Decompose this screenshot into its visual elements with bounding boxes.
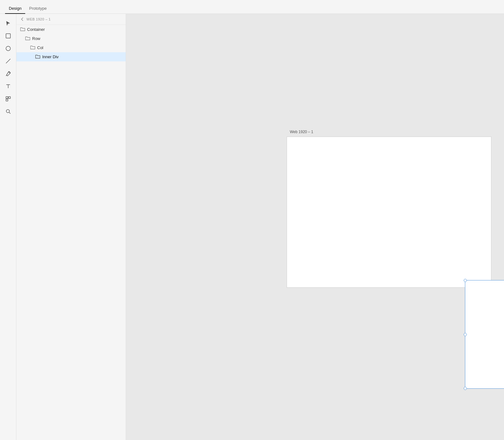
tab-design[interactable]: Design <box>5 3 25 14</box>
folder-icon <box>35 54 40 60</box>
layer-item-container[interactable]: Container <box>16 25 126 34</box>
layer-item-row[interactable]: Row <box>16 34 126 43</box>
component-tool[interactable] <box>3 93 14 104</box>
layer-label: Row <box>32 36 40 41</box>
svg-line-2 <box>6 59 10 63</box>
pointer-tool[interactable] <box>3 18 14 29</box>
svg-rect-0 <box>6 34 10 38</box>
toolbar <box>0 14 16 440</box>
folder-icon <box>20 26 25 32</box>
breadcrumb[interactable]: WEB 1920 – 1 <box>16 14 126 25</box>
folder-icon <box>25 36 30 42</box>
handle-bottom-left[interactable] <box>464 387 467 390</box>
header: Design Prototype <box>0 0 504 14</box>
ellipse-tool[interactable] <box>3 43 14 54</box>
layer-item-inner-div[interactable]: Inner Div <box>16 52 126 61</box>
svg-rect-8 <box>6 99 8 101</box>
svg-rect-6 <box>6 97 8 99</box>
canvas-area[interactable]: Web 1920 – 1 <box>126 14 504 440</box>
layers-list: Container Row Col Inner Div <box>16 25 126 61</box>
svg-rect-7 <box>9 97 10 99</box>
text-tool[interactable] <box>3 81 14 92</box>
frame-tool[interactable] <box>3 30 14 42</box>
folder-icon <box>30 45 35 51</box>
layer-label: Col <box>37 45 43 50</box>
handle-middle-left[interactable] <box>464 333 467 336</box>
svg-line-10 <box>9 112 10 114</box>
line-tool[interactable] <box>3 55 14 67</box>
main-layout: WEB 1920 – 1 Container Row Col Inner Div… <box>0 14 504 440</box>
selected-element[interactable] <box>465 280 504 389</box>
breadcrumb-label: WEB 1920 – 1 <box>26 17 51 21</box>
handle-top-left[interactable] <box>464 279 467 282</box>
svg-point-9 <box>6 110 9 113</box>
search-tool[interactable] <box>3 106 14 117</box>
svg-point-1 <box>6 46 10 51</box>
layer-label: Inner Div <box>42 54 59 59</box>
pen-tool[interactable] <box>3 68 14 79</box>
layers-panel: WEB 1920 – 1 Container Row Col Inner Div <box>16 14 126 440</box>
artboard-frame <box>287 137 491 288</box>
layer-label: Container <box>27 27 45 32</box>
back-icon <box>20 17 25 21</box>
layer-item-col[interactable]: Col <box>16 43 126 52</box>
frame-label: Web 1920 – 1 <box>290 130 313 134</box>
tab-prototype[interactable]: Prototype <box>25 3 50 14</box>
